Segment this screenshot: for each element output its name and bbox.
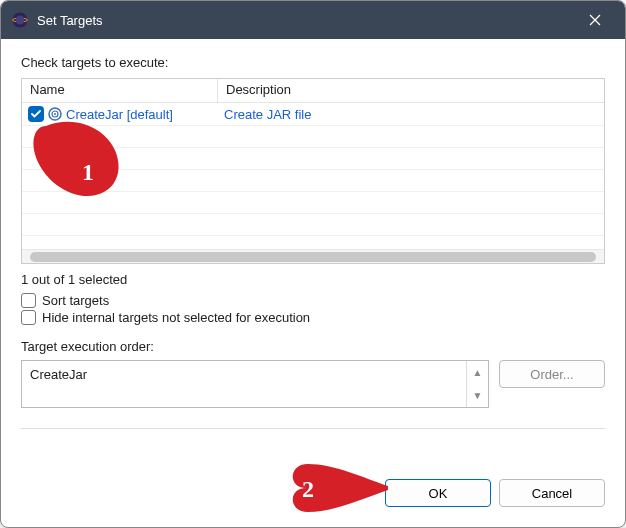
targets-table: Name Description CreateJar [default] Cre… [21,78,605,264]
ant-target-icon [48,107,62,121]
checkbox-icon [21,293,36,308]
hide-internal-checkbox[interactable]: Hide internal targets not selected for e… [21,310,605,325]
table-header: Name Description [22,79,604,103]
order-button: Order... [499,360,605,388]
selection-status: 1 out of 1 selected [21,272,605,287]
sort-targets-checkbox[interactable]: Sort targets [21,293,605,308]
svg-point-5 [54,113,56,115]
table-row[interactable]: CreateJar [default] Create JAR file [22,103,604,125]
dialog-footer: OK Cancel [1,479,625,527]
dialog-body: Check targets to execute: Name Descripti… [1,39,625,479]
execution-order-field[interactable]: CreateJar ▲ ▼ [21,360,489,408]
titlebar[interactable]: Set Targets [1,1,625,39]
horizontal-scrollbar[interactable] [22,249,604,263]
order-down-icon[interactable]: ▼ [467,384,488,407]
execution-order-value: CreateJar [22,361,466,407]
eclipse-icon [11,11,29,29]
separator [21,428,605,429]
col-header-description[interactable]: Description [218,79,604,102]
sort-targets-label: Sort targets [42,293,109,308]
close-button[interactable] [573,1,617,39]
instruction-label: Check targets to execute: [21,55,605,70]
hide-internal-label: Hide internal targets not selected for e… [42,310,310,325]
order-label: Target execution order: [21,339,605,354]
svg-point-2 [16,16,25,25]
target-name: CreateJar [default] [66,107,173,122]
col-header-name[interactable]: Name [22,79,218,102]
target-checkbox[interactable] [28,106,44,122]
table-body[interactable]: CreateJar [default] Create JAR file [22,103,604,249]
set-targets-dialog: Set Targets Check targets to execute: Na… [0,0,626,528]
cancel-button[interactable]: Cancel [499,479,605,507]
order-up-icon[interactable]: ▲ [467,361,488,384]
target-description: Create JAR file [218,105,604,124]
ok-button[interactable]: OK [385,479,491,507]
window-title: Set Targets [37,13,573,28]
checkbox-icon [21,310,36,325]
